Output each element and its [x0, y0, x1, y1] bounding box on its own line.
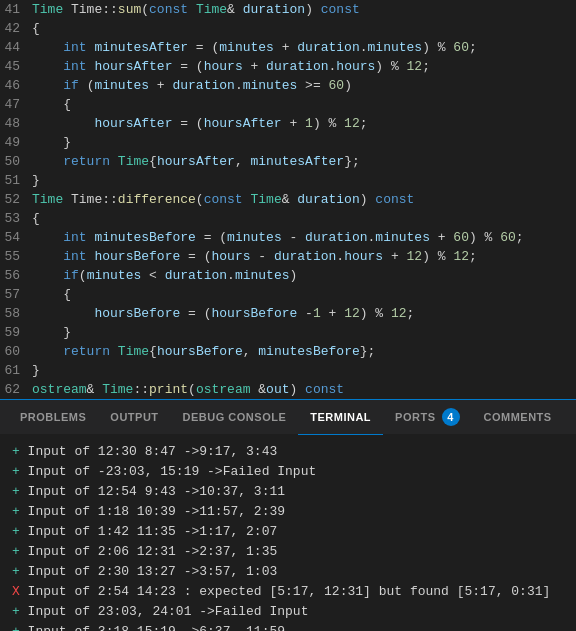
terminal-line: + Input of -23:03, 15:19 ->Failed Input: [12, 462, 564, 482]
line-number: 54: [0, 228, 32, 247]
line-number: 47: [0, 95, 32, 114]
code-line: 41Time Time::sum(const Time& duration) c…: [0, 0, 576, 19]
pass-indicator: +: [12, 444, 20, 459]
terminal-line-text: Input of 2:30 13:27 ->3:57, 1:03: [20, 564, 277, 579]
pass-indicator: +: [12, 624, 20, 631]
code-content: hoursBefore = (hoursBefore -1 + 12) % 12…: [32, 304, 414, 323]
terminal-line: + Input of 1:42 11:35 ->1:17, 2:07: [12, 522, 564, 542]
tab-badge-ports: 4: [442, 408, 460, 426]
code-content: }: [32, 133, 71, 152]
tab-label-debug-console: DEBUG CONSOLE: [183, 411, 287, 423]
code-line: 61}: [0, 361, 576, 380]
tab-label-terminal: TERMINAL: [310, 411, 371, 423]
code-content: Time Time::difference(const Time& durati…: [32, 190, 414, 209]
code-content: int hoursAfter = (hours + duration.hours…: [32, 57, 430, 76]
code-line: 48 hoursAfter = (hoursAfter + 1) % 12;: [0, 114, 576, 133]
pass-indicator: +: [12, 604, 20, 619]
editor-container: 41Time Time::sum(const Time& duration) c…: [0, 0, 576, 399]
terminal-line: + Input of 12:54 9:43 ->10:37, 3:11: [12, 482, 564, 502]
tab-label-output: OUTPUT: [110, 411, 158, 423]
code-line: 42{: [0, 19, 576, 38]
tab-label-comments: COMMENTS: [484, 411, 552, 423]
line-number: 55: [0, 247, 32, 266]
code-line: 60 return Time{hoursBefore, minutesBefor…: [0, 342, 576, 361]
terminal-line: + Input of 3:18 15:19 ->6:37, 11:59: [12, 622, 564, 631]
code-line: 44 int minutesAfter = (minutes + duratio…: [0, 38, 576, 57]
terminal-line: + Input of 2:06 12:31 ->2:37, 1:35: [12, 542, 564, 562]
code-content: ostream& Time::print(ostream &out) const: [32, 380, 344, 399]
code-content: int hoursBefore = (hours - duration.hour…: [32, 247, 477, 266]
terminal-line-text: Input of 1:18 10:39 ->11:57, 2:39: [20, 504, 285, 519]
code-content: if(minutes < duration.minutes): [32, 266, 297, 285]
pass-indicator: +: [12, 504, 20, 519]
code-content: Time Time::sum(const Time& duration) con…: [32, 0, 360, 19]
line-number: 61: [0, 361, 32, 380]
terminal-line-text: Input of 12:54 9:43 ->10:37, 3:11: [20, 484, 285, 499]
code-content: {: [32, 95, 71, 114]
code-content: return Time{hoursAfter, minutesAfter};: [32, 152, 360, 171]
line-number: 62: [0, 380, 32, 399]
line-number: 41: [0, 0, 32, 19]
line-number: 50: [0, 152, 32, 171]
code-line: 50 return Time{hoursAfter, minutesAfter}…: [0, 152, 576, 171]
pass-indicator: +: [12, 524, 20, 539]
terminal-line-text: Input of 12:30 8:47 ->9:17, 3:43: [20, 444, 277, 459]
code-content: if (minutes + duration.minutes >= 60): [32, 76, 352, 95]
pass-indicator: +: [12, 464, 20, 479]
tab-output[interactable]: OUTPUT: [98, 400, 170, 435]
terminal-line-text: Input of -23:03, 15:19 ->Failed Input: [20, 464, 316, 479]
terminal-line-text: Input of 23:03, 24:01 ->Failed Input: [20, 604, 309, 619]
line-number: 51: [0, 171, 32, 190]
line-number: 56: [0, 266, 32, 285]
line-number: 49: [0, 133, 32, 152]
pass-indicator: +: [12, 544, 20, 559]
terminal-line-text: Input of 2:54 14:23 : expected [5:17, 12…: [20, 584, 551, 599]
terminal-line: + Input of 23:03, 24:01 ->Failed Input: [12, 602, 564, 622]
tab-debug-console[interactable]: DEBUG CONSOLE: [171, 400, 299, 435]
code-content: int minutesBefore = (minutes - duration.…: [32, 228, 524, 247]
code-line: 51}: [0, 171, 576, 190]
code-line: 59 }: [0, 323, 576, 342]
terminal-line-text: Input of 3:18 15:19 ->6:37, 11:59: [20, 624, 285, 631]
line-number: 59: [0, 323, 32, 342]
code-line: 52Time Time::difference(const Time& dura…: [0, 190, 576, 209]
code-content: {: [32, 285, 71, 304]
code-line: 56 if(minutes < duration.minutes): [0, 266, 576, 285]
tab-comments[interactable]: COMMENTS: [472, 400, 564, 435]
line-number: 57: [0, 285, 32, 304]
line-number: 60: [0, 342, 32, 361]
code-content: {: [32, 19, 40, 38]
terminal-area: + Input of 12:30 8:47 ->9:17, 3:43+ Inpu…: [0, 434, 576, 631]
line-number: 45: [0, 57, 32, 76]
fail-indicator: X: [12, 584, 20, 599]
terminal-line: + Input of 12:30 8:47 ->9:17, 3:43: [12, 442, 564, 462]
code-line: 57 {: [0, 285, 576, 304]
code-line: 55 int hoursBefore = (hours - duration.h…: [0, 247, 576, 266]
code-line: 45 int hoursAfter = (hours + duration.ho…: [0, 57, 576, 76]
code-line: 49 }: [0, 133, 576, 152]
pass-indicator: +: [12, 564, 20, 579]
terminal-line: + Input of 1:18 10:39 ->11:57, 2:39: [12, 502, 564, 522]
line-number: 46: [0, 76, 32, 95]
line-number: 53: [0, 209, 32, 228]
code-line: 58 hoursBefore = (hoursBefore -1 + 12) %…: [0, 304, 576, 323]
line-number: 52: [0, 190, 32, 209]
line-number: 44: [0, 38, 32, 57]
code-line: 54 int minutesBefore = (minutes - durati…: [0, 228, 576, 247]
code-line: 46 if (minutes + duration.minutes >= 60): [0, 76, 576, 95]
line-number: 48: [0, 114, 32, 133]
tab-problems[interactable]: PROBLEMS: [8, 400, 98, 435]
tab-label-problems: PROBLEMS: [20, 411, 86, 423]
code-content: return Time{hoursBefore, minutesBefore};: [32, 342, 375, 361]
terminal-line-text: Input of 2:06 12:31 ->2:37, 1:35: [20, 544, 277, 559]
code-content: }: [32, 361, 40, 380]
tab-terminal[interactable]: TERMINAL: [298, 400, 383, 435]
code-line: 62ostream& Time::print(ostream &out) con…: [0, 380, 576, 399]
terminal-line: X Input of 2:54 14:23 : expected [5:17, …: [12, 582, 564, 602]
code-line: 47 {: [0, 95, 576, 114]
code-content: }: [32, 171, 40, 190]
line-number: 42: [0, 19, 32, 38]
code-content: hoursAfter = (hoursAfter + 1) % 12;: [32, 114, 368, 133]
tab-ports[interactable]: PORTS4: [383, 400, 471, 435]
line-number: 58: [0, 304, 32, 323]
